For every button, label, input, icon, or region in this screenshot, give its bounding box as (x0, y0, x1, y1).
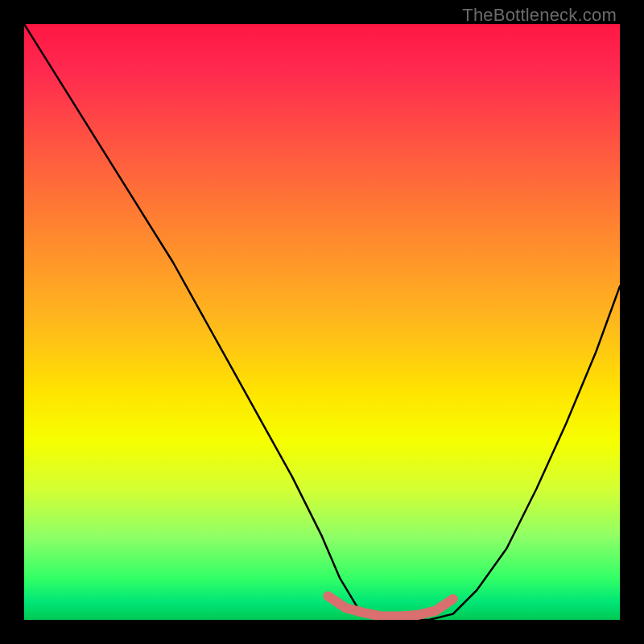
chart-frame: TheBottleneck.com (0, 0, 644, 644)
bottleneck-curve (24, 24, 620, 620)
plot-area (24, 24, 620, 620)
chart-svg (24, 24, 620, 620)
minimum-band-highlight (328, 596, 452, 616)
watermark-text: TheBottleneck.com (462, 5, 617, 26)
